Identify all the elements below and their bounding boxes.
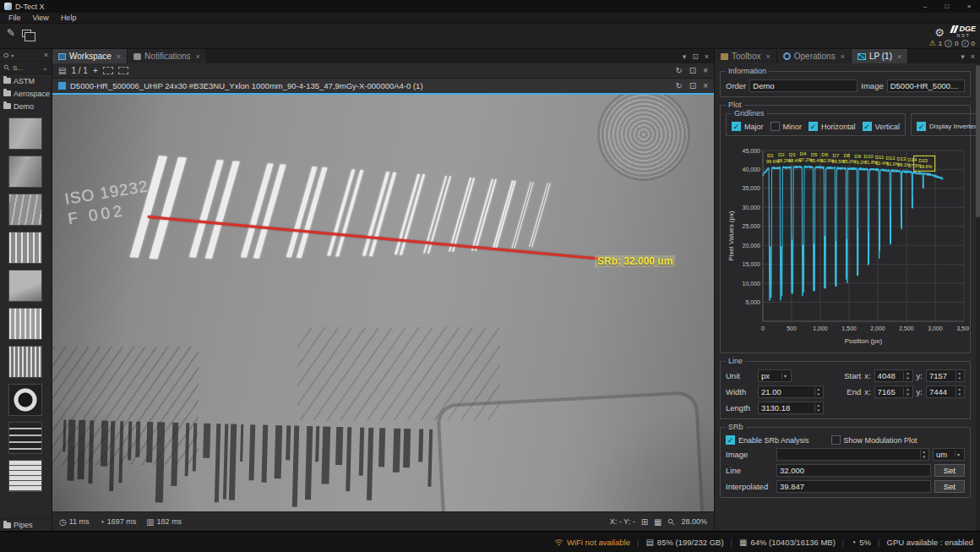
close-panel-icon[interactable]: × [705,52,709,61]
menu-help[interactable]: Help [55,14,83,22]
zoom-level[interactable]: 28.00% [681,517,707,526]
thumbnail-6[interactable] [8,308,42,340]
checkbox-display-inverted[interactable]: Display Inverted Values [917,122,980,131]
layout-icon[interactable]: ▤ [58,66,66,75]
page-indicator: 1 / 1 [71,66,87,75]
panel-scrollbar[interactable] [976,63,980,531]
menu-view[interactable]: View [27,14,55,22]
scrollbar-thumb[interactable] [976,65,980,217]
thumbnail-2[interactable] [8,156,42,188]
tab-notifications[interactable]: Notifications × [128,49,207,63]
add-view-button[interactable]: + [93,66,98,75]
region-select-icon[interactable] [103,67,113,74]
close-tab-icon[interactable]: × [897,52,901,61]
set-line-button[interactable]: Set [934,464,965,477]
length-input[interactable]: 3130.18▲▼ [758,402,824,414]
refresh-icon[interactable]: ↻ [675,66,682,75]
image-label: Image [861,81,883,90]
tools-panel: Toolbox × Operations × LP (1) × ▾ × Info… [714,49,980,531]
end-y-input[interactable]: 7444▲▼ [926,385,965,398]
sidebar-item-astm[interactable]: ASTM [0,74,52,87]
thumbnail-4[interactable] [8,232,42,264]
load-time-icon: ◷ [59,517,67,527]
srb-result-label: SRb: 32.000 um [595,255,675,267]
checkbox-minor[interactable]: Minor [770,122,803,131]
settings-gear-icon[interactable]: ⚙ [934,26,945,39]
search-input[interactable]: S... [13,64,23,72]
tab-toolbox[interactable]: Toolbox × [715,49,777,63]
order-input[interactable]: Demo [749,79,858,92]
end-x-input[interactable]: 7165▲▼ [874,385,913,398]
close-icon[interactable]: × [958,0,980,13]
fit-view-icon[interactable]: ⊡ [689,81,696,90]
close-tab-icon[interactable]: × [765,52,770,61]
viewer-status-bar: ◷11 ms ◔1697 ms ▥182 ms X: - Y: - ⊞ ▦ 28… [52,511,714,531]
tab-workspace[interactable]: Workspace × [52,49,128,63]
thumbnail-3[interactable] [8,194,42,226]
close-view-icon[interactable]: × [703,66,708,75]
set-interpolated-button[interactable]: Set [934,480,965,493]
thumbnail-8[interactable] [8,384,42,416]
svg-text:1,500: 1,500 [841,325,857,331]
image-file-icon [58,82,66,90]
images-icon[interactable] [22,30,31,37]
pixel-grid-icon[interactable]: ▦ [654,517,662,527]
operations-icon [783,52,791,60]
close-tab-icon[interactable]: × [196,52,200,61]
checkbox-major[interactable]: Major [732,122,764,131]
sidebar-search[interactable]: S... ⌄ [0,62,52,74]
checkbox-horizontal[interactable]: Horizontal [808,122,856,131]
image-name-input[interactable]: D5000-HR_500006_UHIP 24x30 #B [887,79,965,92]
tab-operations[interactable]: Operations × [777,49,852,63]
checkbox-enable-srb[interactable]: Enable SRb Analysis [726,435,809,445]
start-x-input[interactable]: 4048▲▼ [874,369,913,382]
checkbox-vertical[interactable]: Vertical [863,122,901,131]
start-y-input[interactable]: 7157▲▼ [926,369,965,382]
expand-search-icon[interactable]: ⌄ [41,63,48,72]
checkbox-show-modulation[interactable]: Show Modulation Plot [831,435,917,445]
svg-text:D14: D14 [907,157,917,162]
image-tab[interactable]: D5000-HR_500006_UHIP 24x30 #B3E3NU_Yxlon… [52,79,714,93]
srb-line-input[interactable]: 32.000 [776,464,931,477]
chevron-down-icon[interactable]: ▾ [961,52,965,61]
process-time: 182 ms [157,517,182,526]
thumbnail-7[interactable] [8,346,42,378]
close-panel-icon[interactable]: × [971,52,975,61]
fit-view-icon[interactable]: ⊡ [689,66,696,75]
lp-chart-svg[interactable]: 5,00010,00015,00020,00025,00030,00035,00… [726,144,969,347]
srb-interpolated-input[interactable]: 39.847 [776,480,931,493]
tab-lp[interactable]: LP (1) × [852,49,908,63]
srb-unit-select[interactable]: um▾ [933,448,965,461]
close-panel-icon[interactable]: × [44,51,48,59]
thumbnail-10[interactable] [8,460,42,492]
svg-text:D15: D15 [918,158,928,163]
radiograph-viewport[interactable]: ISO 19232 F 002 SRb: 32.000 um [52,93,714,511]
close-image-icon[interactable]: × [703,81,708,90]
close-tab-icon[interactable]: × [841,52,845,61]
refresh-icon[interactable]: ↻ [675,81,682,90]
sidebar-item-demo[interactable]: Demo [0,100,52,112]
checkbox-box [831,435,841,445]
chevron-down-icon[interactable]: ▾ [683,52,687,61]
edit-report-icon[interactable]: ✎ [7,27,15,39]
maximize-panel-icon[interactable]: ⊡ [692,52,699,61]
minimize-icon[interactable]: – [914,0,936,13]
disk-status: ▤ 85% (199/232 GB) [645,538,723,547]
region-select-alt-icon[interactable] [118,67,128,74]
thumbnail-5[interactable] [8,270,42,302]
maximize-icon[interactable]: □ [936,0,958,13]
unit-select[interactable]: px▾ [758,369,792,382]
sidebar-item-pipes[interactable]: Pipes [0,518,52,531]
sidebar-item-aerospace[interactable]: Aerospace [0,87,52,100]
thumbnail-1[interactable] [8,118,42,150]
srb-image-select[interactable]: ▲▼ [776,448,929,461]
grid-overlay-icon[interactable]: ⊞ [641,517,648,527]
alert-indicators[interactable]: ⚠ 1 i 0 i 0 [929,39,975,47]
width-input[interactable]: 21.00▲▼ [758,385,824,398]
svg-text:D8: D8 [843,153,850,158]
chevron-down-icon[interactable]: ▾ [11,52,14,58]
close-tab-icon[interactable]: × [117,52,121,61]
thumbnail-9[interactable] [8,422,42,454]
sort-icon[interactable]: O [3,52,8,59]
menu-file[interactable]: File [3,14,27,22]
